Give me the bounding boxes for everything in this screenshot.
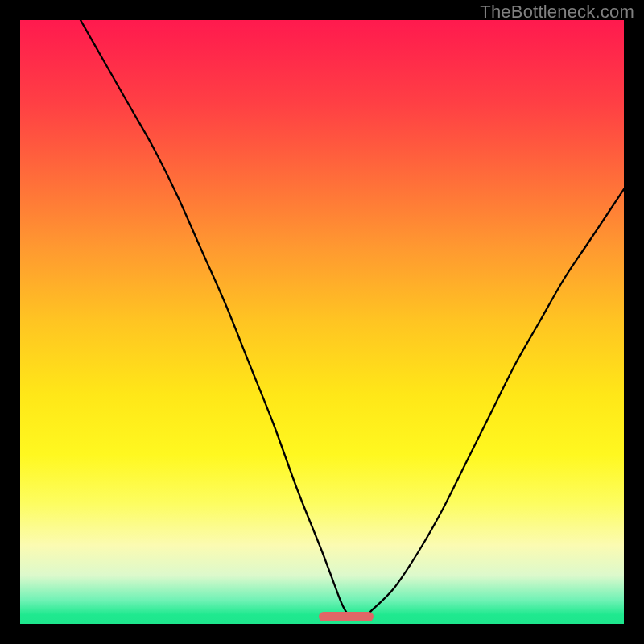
curve-left-branch bbox=[80, 20, 346, 612]
curve-right-branch bbox=[370, 189, 624, 612]
chart-frame: TheBottleneck.com bbox=[0, 0, 644, 644]
valley-marker bbox=[319, 612, 374, 621]
bottleneck-curve bbox=[20, 20, 624, 624]
watermark-text: TheBottleneck.com bbox=[480, 2, 634, 23]
plot-area bbox=[20, 20, 624, 624]
